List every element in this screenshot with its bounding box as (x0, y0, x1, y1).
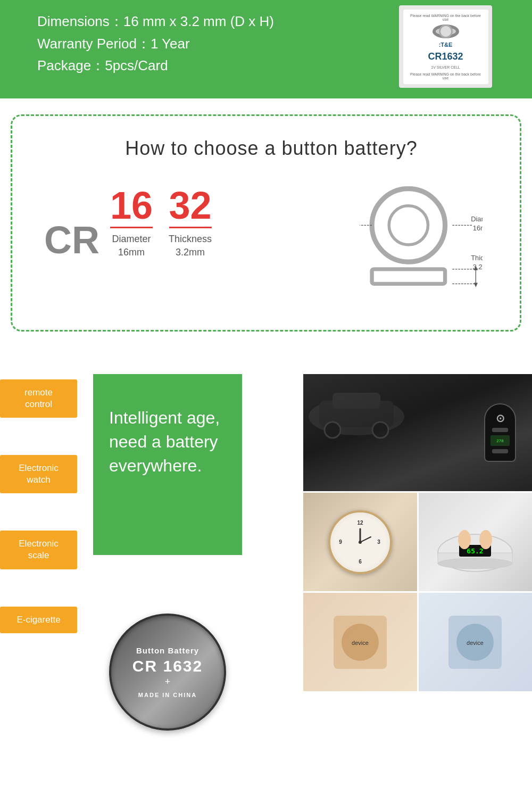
right-photos: ⊙ 278 12 3 6 9 (303, 374, 532, 691)
car-photo-bg: ⊙ 278 (303, 374, 532, 491)
svg-marker-9 (474, 283, 478, 287)
photo-bottom-right: device (419, 593, 533, 691)
svg-text:9: 9 (339, 539, 342, 545)
photo-bottom-left: device (303, 593, 417, 691)
cr-prefix: CR (44, 221, 99, 259)
battery-diagram: Diameter 16mm Thickness 3.2mm (263, 186, 498, 303)
number-col-32: 32 Thickness3.2mm (169, 186, 212, 259)
top-specs: Dimensions：16 mm x 3.2 mm (D x H) Warran… (37, 5, 274, 77)
tag-remote-control: remotecontrol (0, 379, 77, 418)
watch-face: 12 3 6 9 (328, 510, 392, 574)
coin-made: MADE IN CHINA (138, 692, 197, 698)
car-silhouette (303, 374, 410, 443)
coin-plus: + (165, 676, 171, 687)
tag-e-cigarette: E-cigarette (0, 607, 77, 633)
scale-area: 65.2 (433, 508, 518, 577)
number-16: 16 (110, 186, 153, 228)
svg-point-0 (372, 189, 445, 262)
battery-naming: CR 16 Diameter16mm 32 Thickness3.2mm (44, 186, 498, 303)
key-screen: 278 (491, 435, 510, 446)
key-button-2 (492, 449, 508, 453)
watch-dial: 12 3 6 9 (331, 513, 389, 571)
coin-circle: Button Battery CR 1632 + MADE IN CHINA (109, 614, 226, 731)
svg-text:65.2: 65.2 (467, 547, 484, 555)
dimension-text: Dimensions：16 mm x 3.2 mm (D x H) (37, 11, 274, 33)
car-key-shape: ⊙ 278 (484, 403, 516, 462)
tag-electronic-watch: Electronicwatch (0, 455, 77, 493)
svg-point-28 (438, 558, 512, 569)
svg-point-1 (389, 206, 428, 245)
scale-photo-bg: 65.2 (419, 493, 533, 591)
svg-line-24 (360, 537, 371, 542)
green-banner: Intelligent age,need a batteryeverywhere… (93, 374, 242, 555)
bottom-photo-right-bg: device (419, 593, 533, 691)
number-col-16: 16 Diameter16mm (110, 186, 153, 259)
battery-coin: Button Battery CR 1632 + MADE IN CHINA (109, 614, 226, 731)
key-button-1 (492, 428, 508, 432)
photo-scale: 65.2 (419, 493, 533, 591)
number-32: 32 (169, 186, 212, 228)
svg-text:6: 6 (359, 559, 362, 565)
svg-text:device: device (467, 640, 484, 646)
battery-card-inner: Please read WARNING on the back before u… (403, 10, 488, 84)
scale-svg: 65.2 (433, 508, 518, 577)
model-label-card: CR1632 (428, 51, 463, 62)
tag-electronic-scale: Electronicscale (0, 531, 77, 569)
svg-text:3.2mm: 3.2mm (473, 263, 483, 271)
svg-text:16mm: 16mm (473, 224, 483, 232)
battery-card-image: Please read WARNING on the back before u… (399, 5, 492, 88)
photo-watch: 12 3 6 9 (303, 493, 417, 591)
warning-text-card-bottom: Please read WARNING on the back before u… (408, 72, 484, 80)
battery-icon-top (433, 24, 459, 38)
warning-text-top: Please read WARNING on the back before u… (408, 14, 484, 21)
battery-diagram-svg: Diameter 16mm Thickness 3.2mm (344, 186, 483, 303)
svg-text:Diameter: Diameter (471, 215, 483, 223)
svg-point-31 (458, 530, 471, 549)
dashed-section: How to choose a button battery? CR 16 Di… (11, 114, 521, 332)
svg-point-32 (479, 530, 492, 549)
svg-point-25 (359, 541, 362, 544)
svg-rect-2 (372, 269, 445, 284)
bottom-photo-left-bg: device (303, 593, 417, 691)
svg-text:3: 3 (377, 539, 380, 545)
coin-label: Button Battery (136, 646, 199, 655)
how-to-title: How to choose a button battery? (44, 137, 498, 160)
package-text: Package：5pcs/Card (37, 55, 274, 77)
top-section: Dimensions：16 mm x 3.2 mm (D x H) Warran… (0, 0, 532, 98)
naming-left: CR 16 Diameter16mm 32 Thickness3.2mm (44, 186, 263, 259)
warranty-text: Warranty Period：1 Year (37, 33, 274, 55)
placeholder-svg-2: device (438, 605, 512, 680)
svg-text:12: 12 (357, 520, 363, 526)
svg-text:device: device (352, 640, 369, 646)
intelligent-text: Intelligent age,need a batteryeverywhere… (109, 406, 226, 477)
svg-point-17 (325, 422, 340, 438)
car-logo-icon: ⊙ (496, 412, 505, 425)
svg-text:Thickness: Thickness (471, 254, 483, 262)
brand-label: :T&E (439, 42, 453, 48)
product-image-area: Please read WARNING on the back before u… (399, 5, 495, 88)
green-section: remotecontrol Electronicwatch Electronic… (0, 347, 532, 747)
number-label-16: Diameter16mm (112, 233, 151, 259)
photo-car-remote: ⊙ 278 (303, 374, 532, 491)
svg-point-18 (372, 422, 388, 438)
number-label-32: Thickness3.2mm (169, 233, 212, 259)
coin-model: CR 1632 (132, 657, 203, 675)
svg-rect-16 (332, 393, 380, 409)
watch-photo-bg: 12 3 6 9 (303, 493, 417, 591)
left-tags: remotecontrol Electronicwatch Electronic… (0, 379, 77, 633)
placeholder-svg-1: device (323, 605, 397, 680)
warning-text-bottom: 1V SILVER CELL (431, 65, 460, 69)
